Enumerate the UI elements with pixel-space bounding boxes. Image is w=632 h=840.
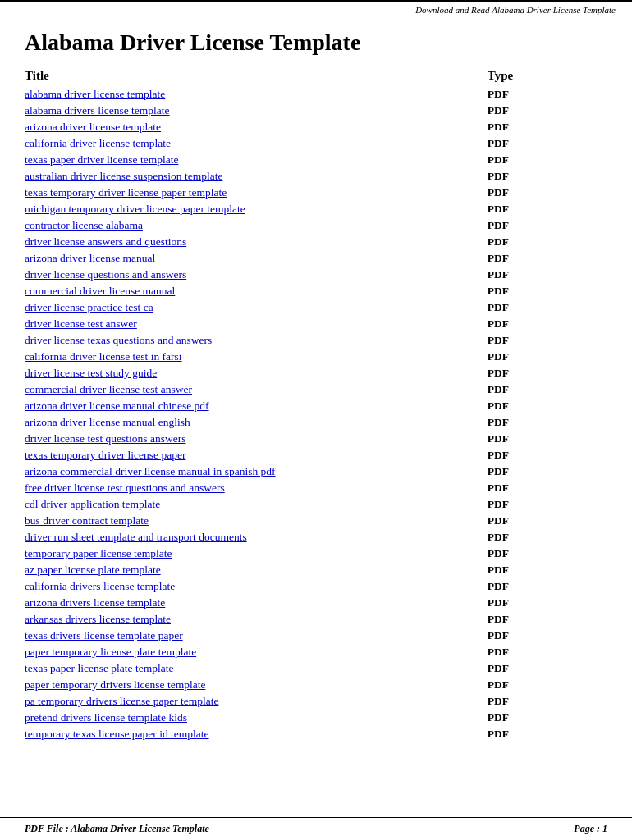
row-type-cell: PDF (479, 611, 607, 628)
document-link[interactable]: texas paper license plate template (25, 662, 173, 674)
footer-left: PDF File : Alabama Driver License Templa… (25, 823, 209, 835)
row-type-cell: PDF (479, 628, 607, 644)
row-title-cell: california driver license template (25, 135, 479, 152)
document-link[interactable]: texas temporary driver license paper tem… (25, 186, 227, 199)
row-title-cell: driver license questions and answers (25, 267, 479, 283)
row-type-cell: PDF (479, 381, 607, 398)
document-link[interactable]: australian driver license suspension tem… (25, 170, 222, 182)
document-link[interactable]: driver license texas questions and answe… (25, 334, 212, 346)
document-link[interactable]: az paper license plate template (25, 564, 161, 576)
page-footer: PDF File : Alabama Driver License Templa… (0, 817, 632, 840)
row-type-cell: PDF (479, 119, 607, 135)
document-link[interactable]: free driver license test questions and a… (25, 482, 225, 494)
table-row: california driver license templatePDF (25, 135, 607, 152)
table-row: alabama drivers license templatePDF (25, 103, 607, 119)
document-link[interactable]: pa temporary drivers license paper templ… (25, 695, 219, 707)
table-row: commercial driver license test answerPDF (25, 381, 607, 398)
document-link[interactable]: arizona driver license manual english (25, 416, 190, 428)
table-row: texas drivers license template paperPDF (25, 628, 607, 644)
row-title-cell: arizona driver license manual english (25, 414, 479, 431)
row-type-cell: PDF (479, 546, 607, 562)
row-type-cell: PDF (479, 595, 607, 611)
document-link[interactable]: commercial driver license test answer (25, 383, 192, 395)
document-link[interactable]: michigan temporary driver license paper … (25, 203, 245, 215)
row-title-cell: arizona driver license template (25, 119, 479, 135)
document-link[interactable]: driver license test study guide (25, 367, 157, 379)
row-title-cell: driver run sheet template and transport … (25, 529, 479, 546)
document-link[interactable]: contractor license alabama (25, 219, 143, 231)
row-title-cell: arizona drivers license template (25, 595, 479, 611)
row-type-cell: PDF (479, 201, 607, 217)
row-type-cell: PDF (479, 398, 607, 414)
table-row: texas paper driver license templatePDF (25, 152, 607, 168)
row-type-cell: PDF (479, 234, 607, 250)
document-link[interactable]: arizona driver license template (25, 121, 161, 133)
row-title-cell: alabama drivers license template (25, 103, 479, 119)
document-link[interactable]: paper temporary drivers license template (25, 678, 205, 691)
table-row: bus driver contract templatePDF (25, 513, 607, 529)
table-row: arizona driver license templatePDF (25, 119, 607, 135)
document-link[interactable]: commercial driver license manual (25, 285, 175, 297)
document-link[interactable]: arizona commercial driver license manual… (25, 465, 276, 477)
document-link[interactable]: alabama drivers license template (25, 104, 170, 116)
row-type-cell: PDF (479, 152, 607, 168)
row-title-cell: driver license texas questions and answe… (25, 332, 479, 349)
row-type-cell: PDF (479, 447, 607, 463)
document-link[interactable]: driver run sheet template and transport … (25, 531, 247, 543)
table-row: arizona driver license manualPDF (25, 250, 607, 267)
row-type-cell: PDF (479, 168, 607, 185)
document-link[interactable]: arizona drivers license template (25, 596, 165, 609)
table-row: arizona drivers license templatePDF (25, 595, 607, 611)
table-row: california drivers license templatePDF (25, 578, 607, 595)
document-link[interactable]: driver license answers and questions (25, 235, 186, 248)
table-row: pretend drivers license template kidsPDF (25, 710, 607, 726)
table-row: driver license practice test caPDF (25, 299, 607, 316)
document-link[interactable]: paper temporary license plate template (25, 646, 196, 658)
document-link[interactable]: alabama driver license template (25, 88, 165, 100)
table-row: driver license questions and answersPDF (25, 267, 607, 283)
document-link[interactable]: temporary texas license paper id templat… (25, 728, 209, 740)
row-title-cell: driver license practice test ca (25, 299, 479, 316)
row-type-cell: PDF (479, 250, 607, 267)
row-type-cell: PDF (479, 529, 607, 546)
table-row: pa temporary drivers license paper templ… (25, 693, 607, 710)
document-link[interactable]: temporary paper license template (25, 547, 172, 559)
table-row: arizona commercial driver license manual… (25, 463, 607, 480)
document-link[interactable]: driver license test questions answers (25, 432, 185, 445)
row-title-cell: texas paper license plate template (25, 660, 479, 677)
document-link[interactable]: driver license questions and answers (25, 268, 186, 281)
row-title-cell: bus driver contract template (25, 513, 479, 529)
row-title-cell: az paper license plate template (25, 562, 479, 578)
document-link[interactable]: bus driver contract template (25, 514, 149, 527)
document-link[interactable]: texas drivers license template paper (25, 629, 183, 641)
document-link[interactable]: driver license test answer (25, 317, 137, 330)
table-row: australian driver license suspension tem… (25, 168, 607, 185)
row-type-cell: PDF (479, 463, 607, 480)
row-type-cell: PDF (479, 185, 607, 201)
row-type-cell: PDF (479, 86, 607, 103)
row-type-cell: PDF (479, 316, 607, 332)
document-link[interactable]: arizona driver license manual chinese pd… (25, 399, 209, 412)
row-title-cell: contractor license alabama (25, 217, 479, 234)
row-title-cell: texas paper driver license template (25, 152, 479, 168)
content-area: Title Type alabama driver license templa… (0, 64, 632, 775)
row-title-cell: texas temporary driver license paper (25, 447, 479, 463)
document-link[interactable]: pretend drivers license template kids (25, 711, 187, 724)
table-row: driver license test study guidePDF (25, 365, 607, 381)
document-link[interactable]: arizona driver license manual (25, 252, 155, 264)
document-link[interactable]: california driver license template (25, 137, 171, 149)
document-link[interactable]: texas temporary driver license paper (25, 449, 185, 461)
row-title-cell: commercial driver license manual (25, 283, 479, 299)
document-link[interactable]: california driver license test in farsi (25, 350, 182, 363)
document-link[interactable]: texas paper driver license template (25, 153, 178, 166)
document-link[interactable]: arkansas drivers license template (25, 613, 171, 625)
document-link[interactable]: cdl driver application template (25, 498, 160, 510)
type-column-header: Type (479, 64, 607, 86)
row-title-cell: driver license test answer (25, 316, 479, 332)
row-title-cell: texas drivers license template paper (25, 628, 479, 644)
table-row: temporary paper license templatePDF (25, 546, 607, 562)
table-row: paper temporary license plate templatePD… (25, 644, 607, 660)
document-link[interactable]: driver license practice test ca (25, 301, 153, 313)
document-link[interactable]: california drivers license template (25, 580, 175, 592)
table-row: texas temporary driver license paper tem… (25, 185, 607, 201)
